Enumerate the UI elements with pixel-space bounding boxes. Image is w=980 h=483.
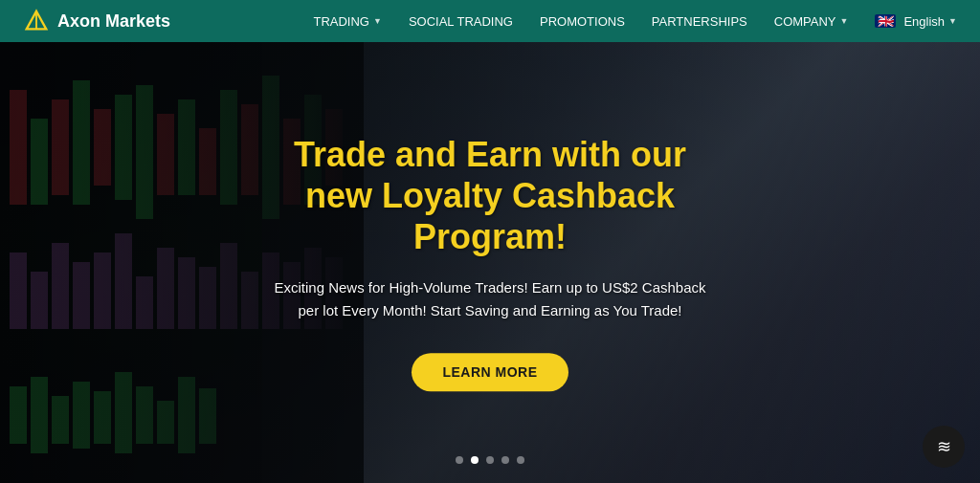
slide-dot-4[interactable]: [501, 456, 509, 464]
nav-link-partnerships[interactable]: PARTNERSHIPS: [652, 14, 747, 29]
slide-dot-5[interactable]: [517, 456, 524, 464]
nav-menu: TRADING ▼ SOCIAL TRADING PROMOTIONS PART…: [313, 14, 957, 29]
hero-dots: [456, 456, 524, 464]
company-dropdown-arrow: ▼: [840, 16, 849, 26]
hero-section: Trade and Earn with our new Loyalty Cash…: [0, 42, 980, 483]
language-dropdown-arrow: ▼: [948, 16, 957, 26]
nav-item-trading[interactable]: TRADING ▼: [313, 14, 381, 29]
nav-link-promotions[interactable]: PROMOTIONS: [540, 14, 625, 29]
navbar: Axon Markets TRADING ▼ SOCIAL TRADING PR…: [0, 0, 980, 42]
logo-text: Axon Markets: [57, 11, 170, 32]
logo-link[interactable]: Axon Markets: [23, 8, 170, 34]
flag-icon: [875, 14, 896, 28]
nav-item-social-trading[interactable]: SOCIAL TRADING: [409, 14, 513, 29]
hero-content: Trade and Earn with our new Loyalty Cash…: [245, 134, 735, 392]
nav-link-language[interactable]: English ▼: [875, 14, 957, 29]
slide-dot-2[interactable]: [471, 456, 479, 464]
nav-item-partnerships[interactable]: PARTNERSHIPS: [652, 14, 747, 29]
trading-dropdown-arrow: ▼: [373, 16, 382, 26]
chat-bubble-button[interactable]: ≋: [923, 426, 965, 468]
hero-title: Trade and Earn with our new Loyalty Cash…: [264, 134, 716, 258]
nav-link-trading[interactable]: TRADING ▼: [313, 14, 381, 29]
logo-icon: [23, 8, 50, 34]
chat-icon: ≋: [937, 436, 951, 457]
nav-link-social-trading[interactable]: SOCIAL TRADING: [409, 14, 513, 29]
slide-dot-1[interactable]: [456, 456, 463, 464]
nav-item-language[interactable]: English ▼: [875, 14, 957, 29]
nav-link-company[interactable]: COMPANY ▼: [774, 14, 849, 29]
learn-more-button[interactable]: LEARN MORE: [412, 353, 568, 391]
nav-item-company[interactable]: COMPANY ▼: [774, 14, 849, 29]
slide-dot-3[interactable]: [486, 456, 494, 464]
nav-item-promotions[interactable]: PROMOTIONS: [540, 14, 625, 29]
hero-subtitle: Exciting News for High-Volume Traders! E…: [264, 276, 716, 322]
